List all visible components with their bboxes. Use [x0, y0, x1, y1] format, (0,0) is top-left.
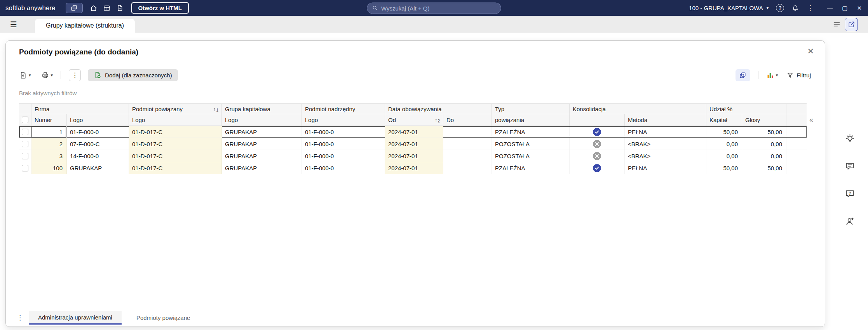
hamburger-menu-icon[interactable]: ☰ [10, 21, 17, 28]
cell-od: 2024-07-01 [385, 126, 443, 138]
help-icon[interactable]: ? [776, 4, 784, 12]
close-window-button[interactable]: ✕ [857, 5, 862, 11]
toolbar-divider [61, 71, 61, 79]
table-row[interactable]: 3 14-F-000-0 01-D-017-C GRUPAKAP 01-F-00… [19, 150, 807, 162]
funnel-icon [786, 72, 794, 79]
cell-firma-logo: GRUPAKAP [67, 162, 129, 174]
column-header-metoda[interactable]: Metoda [625, 114, 706, 126]
table-row[interactable]: 2 07-F-000-C 01-D-017-C GRUPAKAP 01-F-00… [19, 138, 807, 150]
column-header-firma-logo[interactable]: Logo [67, 114, 129, 126]
print-button[interactable]: ▾ [41, 71, 53, 79]
dialog-toolbar-right: ▾ Filtruj [736, 69, 811, 81]
open-in-window-icon[interactable] [845, 18, 858, 31]
cell-podmiot-powiazany: 01-D-017-C [129, 138, 222, 150]
column-header-podmiot-powiazany-logo[interactable]: Logo [129, 114, 222, 126]
column-header-do[interactable]: Do [443, 114, 492, 126]
group-header-grupa-kapitalowa[interactable]: Grupa kapitałowa [222, 104, 302, 114]
related-entities-dialog: Podmioty powiązane (do dodania) ✕ ▾ ▾ ⋮ … [5, 40, 825, 327]
cell-typ-powiazania: POZOSTAŁA [492, 150, 570, 162]
toolbar-divider [758, 71, 758, 79]
active-filters-status: Brak aktywnych filtrów [19, 90, 77, 96]
group-header-firma[interactable]: Firma [31, 104, 129, 114]
row-checkbox[interactable] [22, 141, 28, 147]
panel-list-icon[interactable] [833, 20, 841, 28]
column-header-nadrzedny-logo[interactable]: Logo [302, 114, 385, 126]
bottom-tab-bar: ⋮ Administracja uprawnieniami Podmioty p… [6, 311, 825, 325]
side-rail: ? [843, 132, 856, 228]
cell-podmiot-nadrzedny: 01-F-000-0 [302, 162, 385, 174]
tab-podmioty-powiazane[interactable]: Podmioty powiązane [127, 311, 199, 325]
cell-glosy: 50,00 [742, 126, 786, 138]
document-icon[interactable] [116, 4, 124, 12]
cell-numer: 100 [31, 162, 67, 174]
group-header-typ[interactable]: Typ [492, 104, 570, 114]
column-header-numer[interactable]: Numer [31, 114, 67, 126]
close-dialog-icon[interactable]: ✕ [807, 46, 814, 56]
cell-od: 2024-07-01 [385, 162, 443, 174]
consolidation-check-icon [593, 164, 601, 172]
chart-view-button[interactable]: ▾ [766, 71, 778, 79]
cell-od: 2024-07-01 [385, 138, 443, 150]
home-icon[interactable] [90, 4, 98, 12]
column-header-glosy[interactable]: Głosy [742, 114, 786, 126]
table-options-icon[interactable]: ⋮ [69, 69, 81, 81]
group-header-konsolidacja[interactable]: Konsolidacja [570, 104, 706, 114]
group-header-udzial[interactable]: Udział % [706, 104, 786, 114]
tab-administracja-uprawnieniami[interactable]: Administracja uprawnieniami [29, 311, 122, 325]
tab-grupy-kapitalowe[interactable]: Grupy kapitałowe (struktura) [35, 19, 135, 33]
chevron-down-icon: ▾ [767, 6, 769, 10]
group-header-data-obowiazywania[interactable]: Data obowiązywania [385, 104, 492, 114]
row-checkbox[interactable] [22, 153, 28, 159]
row-checkbox[interactable] [22, 165, 28, 171]
add-selected-button[interactable]: Dodaj (dla zaznaczonych) [88, 69, 178, 81]
group-header-podmiot-nadrzedny[interactable]: Podmiot nadrzędny [302, 104, 385, 114]
search-input[interactable] [381, 5, 496, 11]
collapse-columns-icon[interactable]: « [809, 116, 813, 123]
filter-button[interactable]: Filtruj [786, 72, 811, 79]
column-header-od[interactable]: Od ↑2 [385, 114, 443, 126]
panel-layout-icon[interactable] [103, 4, 111, 12]
modules-icon[interactable] [66, 3, 83, 13]
open-in-html-button[interactable]: Otwórz w HTML [131, 2, 189, 14]
cell-typ-powiazania: PZALEŻNA [492, 162, 570, 174]
cell-metoda: PEŁNA [625, 126, 706, 138]
maximize-button[interactable]: ▢ [842, 5, 847, 11]
chevron-down-icon: ▾ [776, 73, 778, 77]
assistant-lightbulb-icon[interactable] [843, 132, 856, 145]
more-options-icon[interactable]: ⋮ [807, 4, 814, 12]
minimize-button[interactable]: — [827, 5, 833, 11]
workspace: Podmioty powiązane (do dodania) ✕ ▾ ▾ ⋮ … [0, 33, 868, 330]
column-header-kapital[interactable]: Kapitał [706, 114, 742, 126]
cell-typ-powiazania: POZOSTAŁA [492, 138, 570, 150]
select-all-checkbox[interactable] [22, 117, 28, 123]
export-button[interactable]: ▾ [19, 71, 31, 79]
window-controls: — ▢ ✕ [827, 5, 862, 11]
cell-firma-logo: 14-F-000-0 [67, 150, 129, 162]
cell-grupa-kapitalowa: GRUPAKAP [222, 150, 302, 162]
group-header-podmiot-powiazany[interactable]: Podmiot powiązany ↑1 [129, 104, 222, 114]
row-checkbox[interactable] [22, 129, 28, 135]
help-bubble-icon[interactable]: ? [843, 187, 856, 200]
column-header-grupa-logo[interactable]: Logo [222, 114, 302, 126]
cell-numer: 2 [31, 138, 67, 150]
cell-podmiot-nadrzedny: 01-F-000-0 [302, 138, 385, 150]
duplicate-view-icon[interactable] [736, 69, 750, 81]
cell-podmiot-powiazany: 01-D-017-C [129, 126, 222, 138]
column-header-powiazania[interactable]: powiązania [492, 114, 570, 126]
table-row[interactable]: 100 GRUPAKAP 01-D-017-C GRUPAKAP 01-F-00… [19, 162, 807, 174]
community-user-icon[interactable] [843, 215, 856, 228]
dialog-toolbar: ▾ ▾ ⋮ Dodaj (dla zaznaczonych) ▾ [19, 68, 811, 82]
sort-indicator: ↑1 [213, 107, 218, 112]
cell-metoda: <BRAK> [625, 150, 706, 162]
feedback-comment-icon[interactable] [843, 159, 856, 173]
cell-grupa-kapitalowa: GRUPAKAP [222, 126, 302, 138]
app-brand: softlab anywhere [5, 4, 56, 12]
context-selector[interactable]: 100 - GRUPA_KAPTALOWA ▾ [689, 5, 769, 11]
table-column-header-row: Numer Logo Logo Logo Logo Od ↑2 Do powią… [19, 114, 807, 126]
global-search[interactable] [367, 2, 501, 14]
table-row[interactable]: 1 01-F-000-0 01-D-017-C GRUPAKAP 01-F-00… [19, 126, 807, 138]
notifications-icon[interactable] [791, 4, 799, 12]
sort-indicator: ↑2 [435, 117, 440, 122]
svg-text:?: ? [849, 190, 851, 195]
bottom-tabs-options-icon[interactable]: ⋮ [17, 311, 23, 325]
